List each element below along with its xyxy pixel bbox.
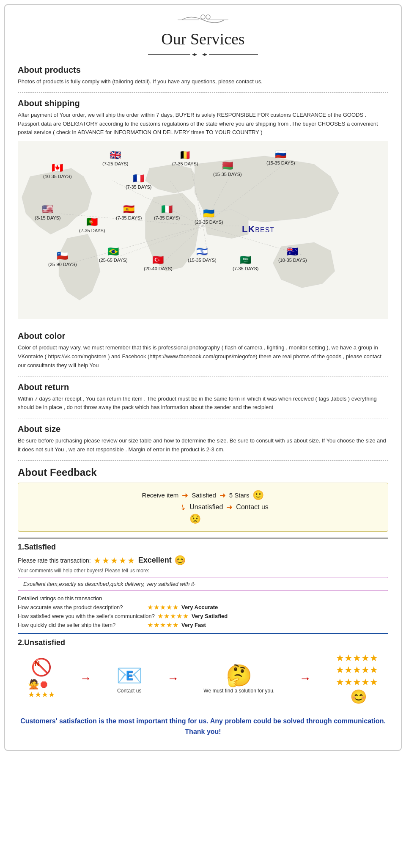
arrow-4: ➜: [226, 503, 233, 512]
flag-ukraine: 🇺🇦 (20-35 DAYS): [195, 208, 223, 224]
detailed-ratings-title: Detailed ratings on this transaction: [18, 595, 388, 602]
question-icon: 🤔: [226, 664, 252, 687]
rating-label-1: How accurate was the product description…: [18, 604, 145, 610]
rating-stars: ★★★★★: [93, 555, 136, 566]
about-shipping-section: About shipping After payment of Your ord…: [18, 99, 388, 137]
rating-desc-2: Very Satisfied: [192, 613, 228, 619]
email-icon: 📧: [116, 664, 143, 687]
about-color-body: Color of product may vary, we must remem…: [18, 343, 388, 370]
rating-row-1: How accurate was the product description…: [18, 603, 388, 611]
no-text: N: [34, 659, 40, 668]
solution-label: We must find a solution for you.: [203, 688, 274, 694]
svg-marker-7: [202, 53, 207, 56]
excellent-emoji: 😊: [174, 555, 186, 566]
comment-hint: Your comments will help other buyers! Pl…: [18, 568, 388, 574]
unsatisfied-branch: Unsatisfied ➜ Contact us 😟: [189, 503, 269, 525]
about-shipping-body: After payment of Your order, we will shi…: [18, 111, 388, 137]
rating-row-2: How satisfied were you with the seller's…: [18, 612, 388, 620]
rating-desc-3: Very Fast: [181, 622, 206, 628]
satisfied-section-title: 1.Satisfied: [18, 543, 388, 552]
flag-saudi: 🇸🇦 (7-35 DAYS): [233, 255, 259, 271]
excellent-text: Excellent: [138, 556, 172, 565]
flag-spain: 🇪🇸 (7-35 DAYS): [116, 204, 142, 220]
unsat-no-sign: 🚫 N 🙅 🛑 ★★★★: [28, 657, 55, 699]
no-sign-wrapper: 🚫 N: [31, 657, 52, 677]
rating-desc-1: Very Accurate: [181, 604, 218, 610]
about-products-title: About products: [18, 65, 388, 75]
stop-sign: 🛑: [40, 681, 47, 688]
rate-label: Please rate this transaction:: [18, 557, 91, 564]
unsat-bottom-stars: ★★★★: [28, 690, 55, 699]
flag-belarus: 🇧🇾 (15-35 DAYS): [213, 160, 242, 176]
flag-france: 🇫🇷 (7-35 DAYS): [126, 173, 152, 189]
rating-stars-3: ★★★★★: [147, 621, 179, 629]
unsat-flow: 🚫 N 🙅 🛑 ★★★★ → 📧 Contact us →: [18, 652, 388, 705]
feedback-unsatisfied-row: ↘ Unsatisfied ➜ Contact us 😟: [180, 503, 269, 525]
flag-israel: 🇮🇱 (15-35 DAYS): [188, 246, 217, 262]
flag-australia: 🇦🇺 (10-35 DAYS): [278, 246, 307, 262]
detailed-ratings: Detailed ratings on this transaction How…: [18, 595, 388, 629]
stars-label: 5 Stars: [229, 492, 250, 499]
title-underline: [18, 51, 388, 58]
divider-2: [18, 325, 388, 325]
rating-stars-1: ★★★★★: [147, 603, 179, 611]
divider-5: [18, 460, 388, 461]
receive-item-label: Receive item: [142, 492, 179, 499]
flag-brazil: 🇧🇷 (25-65 DAYS): [99, 246, 128, 262]
arrow-2: ➜: [219, 491, 226, 500]
unsat-arrow-2: →: [167, 672, 179, 685]
sad-emoji: 😟: [189, 514, 201, 525]
divider-3: [18, 376, 388, 376]
flag-usa: 🇺🇸 (3-15 DAYS): [35, 204, 61, 220]
about-color-section: About color Color of product may vary, w…: [18, 331, 388, 370]
bottom-message: Customers' satisfaction is the most impo…: [18, 711, 388, 742]
lkbest-logo: LKBEST: [242, 224, 274, 235]
flag-russia: 🇷🇺 (15-35 DAYS): [266, 149, 295, 165]
about-size-body: Be sure before purchasing please review …: [18, 437, 388, 454]
contact-us-label: Contact us: [116, 688, 143, 694]
page-wrapper: Our Services About products Photos of pr…: [4, 4, 402, 751]
contact-label: Contact us: [236, 503, 268, 511]
unsatisfied-section-title: 2.Unsatisfied: [18, 638, 388, 647]
unsat-icons-row: 🙅 🛑: [28, 679, 55, 690]
about-return-section: About return Within 7 days after receipt…: [18, 382, 388, 412]
rating-label-2: How satisfied were you with the seller's…: [18, 613, 155, 619]
feedback-quote: Excellent item,exactly as described,quic…: [18, 577, 388, 591]
svg-marker-5: [192, 53, 197, 56]
svg-point-1: [206, 15, 210, 19]
flag-italy: 🇮🇹 (7-35 DAYS): [154, 204, 180, 220]
unsat-arrow-1: →: [80, 672, 91, 685]
flag-belgium: 🇧🇪 (7-35 DAYS): [172, 150, 198, 166]
arrow-3: ↘: [178, 501, 188, 513]
header-decoration: [18, 14, 388, 28]
unsat-email: 📧 Contact us: [116, 663, 143, 694]
about-feedback-title: About Feedback: [18, 467, 388, 478]
about-products-section: About products Photos of products is ful…: [18, 65, 388, 86]
flag-uk: 🇬🇧 (7-25 DAYS): [102, 150, 129, 166]
divider-4: [18, 418, 388, 418]
header-ornament-svg: [178, 14, 228, 26]
rating-label-3: How quickly did the seller ship the item…: [18, 622, 145, 628]
satisfied-section: 1.Satisfied Please rate this transaction…: [18, 538, 388, 629]
about-size-section: About size Be sure before purchasing ple…: [18, 424, 388, 454]
svg-point-0: [201, 15, 205, 19]
happy-emoji: 🙂: [252, 490, 264, 501]
rating-row-3: How quickly did the seller ship the item…: [18, 621, 388, 629]
about-return-title: About return: [18, 382, 388, 392]
flag-portugal: 🇵🇹 (7-35 DAYS): [79, 217, 105, 233]
satisfied-label: Satisfied: [192, 492, 216, 499]
about-return-body: Within 7 days after receipt , You can re…: [18, 395, 388, 412]
shipping-map: LKBEST 🇬🇧 (7-25 DAYS) 🇨🇦 (10-35 DAYS) 🇫🇷…: [18, 141, 388, 319]
rate-line: Please rate this transaction: ★★★★★ Exce…: [18, 555, 388, 566]
outcome-emoji: 😊: [350, 689, 367, 704]
unsatisfied-label: Unsatisfied: [189, 503, 223, 511]
feedback-flow: Receive item ➜ Satisfied ➜ 5 Stars 🙂 ↘ U…: [27, 490, 379, 525]
outcome-stars: ★★★★★★★★★★★★★★★: [336, 652, 378, 689]
feedback-flow-box: Receive item ➜ Satisfied ➜ 5 Stars 🙂 ↘ U…: [18, 483, 388, 532]
unsat-stars-outcome: ★★★★★★★★★★★★★★★ 😊: [336, 652, 378, 705]
about-feedback-section: About Feedback Receive item ➜ Satisfied …: [18, 467, 388, 742]
rating-stars-2: ★★★★★: [157, 612, 189, 620]
unsat-question: 🤔 We must find a solution for you.: [203, 663, 274, 694]
title-underline-svg: [148, 52, 258, 57]
no-emoji: 🙅: [28, 679, 39, 690]
